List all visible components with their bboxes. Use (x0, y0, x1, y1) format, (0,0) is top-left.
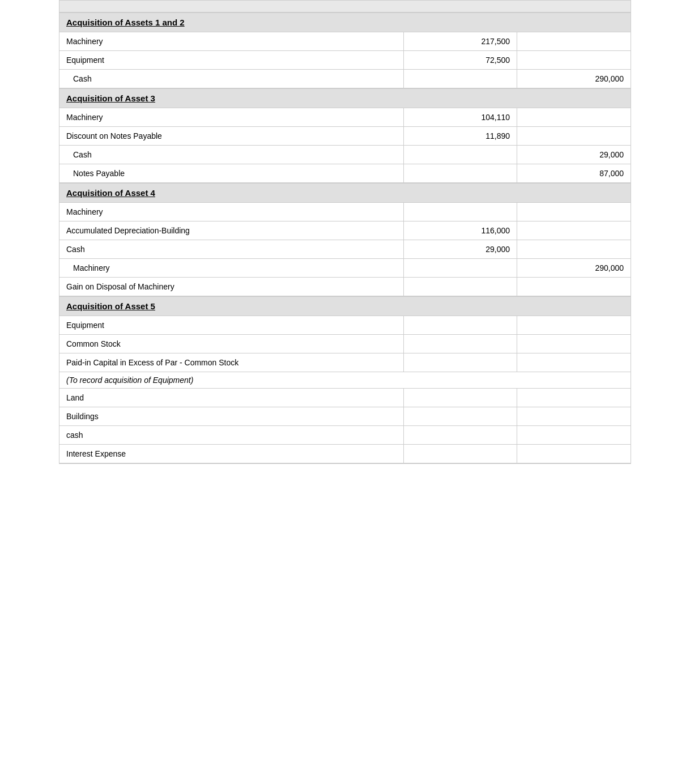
account-cell: cash (59, 426, 404, 444)
credit-cell (517, 203, 631, 221)
section-header-section-2: Acquisition of Asset 3 (59, 88, 631, 108)
account-cell: Machinery (59, 259, 404, 277)
credit-cell (517, 335, 631, 353)
section-header-section-3: Acquisition of Asset 4 (59, 183, 631, 203)
table-row: Equipment (59, 316, 631, 335)
debit-cell (404, 316, 517, 334)
debit-cell (404, 445, 517, 463)
table-row: Buildings (59, 407, 631, 426)
credit-cell (517, 51, 631, 69)
account-cell: Gain on Disposal of Machinery (59, 278, 404, 296)
debit-cell: 217,500 (404, 32, 517, 50)
credit-cell (517, 353, 631, 372)
credit-cell (517, 389, 631, 407)
table-row: cash (59, 426, 631, 445)
table-row: Land (59, 389, 631, 407)
debit-cell (404, 203, 517, 221)
table-row: Gain on Disposal of Machinery (59, 278, 631, 296)
credit-cell: 87,000 (517, 164, 631, 182)
table-row: Cash29,000 (59, 240, 631, 259)
account-cell: Discount on Notes Payable (59, 127, 404, 145)
debit-cell: 72,500 (404, 51, 517, 69)
table-row: Common Stock (59, 335, 631, 353)
credit-cell (517, 240, 631, 258)
credit-cell (517, 127, 631, 145)
table-row: Interest Expense (59, 445, 631, 463)
debit-cell (404, 70, 517, 88)
table-row: Notes Payable87,000 (59, 164, 631, 183)
debit-cell: 116,000 (404, 221, 517, 240)
credit-cell: 290,000 (517, 259, 631, 277)
debit-cell: 29,000 (404, 240, 517, 258)
debit-cell (404, 426, 517, 444)
debit-cell (404, 278, 517, 296)
account-cell: Cash (59, 240, 404, 258)
account-cell: Paid-in Capital in Excess of Par - Commo… (59, 353, 404, 372)
account-cell: Accumulated Depreciation-Building (59, 221, 404, 240)
debit-cell (404, 164, 517, 182)
table-row: Machinery290,000 (59, 259, 631, 278)
debit-cell: 104,110 (404, 108, 517, 126)
section-header-section-4: Acquisition of Asset 5 (59, 296, 631, 316)
table-row: Cash29,000 (59, 146, 631, 164)
account-cell: Common Stock (59, 335, 404, 353)
table-header (59, 1, 631, 12)
credit-cell (517, 445, 631, 463)
account-cell: Machinery (59, 203, 404, 221)
debit-cell (404, 146, 517, 164)
credit-cell (517, 221, 631, 240)
debit-cell (404, 259, 517, 277)
credit-cell (517, 407, 631, 425)
table-row: Equipment72,500 (59, 51, 631, 70)
table-row: Machinery104,110 (59, 108, 631, 127)
journal-table: Acquisition of Assets 1 and 2Machinery21… (59, 0, 631, 464)
account-cell: Land (59, 389, 404, 407)
account-cell: Cash (59, 146, 404, 164)
table-row: Cash290,000 (59, 70, 631, 88)
credit-cell: 29,000 (517, 146, 631, 164)
debit-cell (404, 353, 517, 372)
section-header-section-1: Acquisition of Assets 1 and 2 (59, 12, 631, 32)
credit-cell (517, 426, 631, 444)
credit-cell (517, 278, 631, 296)
credit-cell (517, 108, 631, 126)
table-row: Machinery (59, 203, 631, 221)
account-cell: Notes Payable (59, 164, 404, 182)
note-row: (To record acquisition of Equipment) (59, 372, 631, 389)
account-cell: Machinery (59, 108, 404, 126)
debit-cell (404, 407, 517, 425)
table-row: Paid-in Capital in Excess of Par - Commo… (59, 353, 631, 372)
account-cell: Equipment (59, 316, 404, 334)
table-row: Accumulated Depreciation-Building116,000 (59, 221, 631, 240)
account-cell: Equipment (59, 51, 404, 69)
credit-cell (517, 316, 631, 334)
debit-cell (404, 389, 517, 407)
table-row: Machinery217,500 (59, 32, 631, 51)
table-row: Discount on Notes Payable11,890 (59, 127, 631, 146)
debit-cell (404, 335, 517, 353)
account-cell: Cash (59, 70, 404, 88)
account-cell: Interest Expense (59, 445, 404, 463)
debit-cell: 11,890 (404, 127, 517, 145)
account-cell: Buildings (59, 407, 404, 425)
credit-cell (517, 32, 631, 50)
credit-cell: 290,000 (517, 70, 631, 88)
account-cell: Machinery (59, 32, 404, 50)
